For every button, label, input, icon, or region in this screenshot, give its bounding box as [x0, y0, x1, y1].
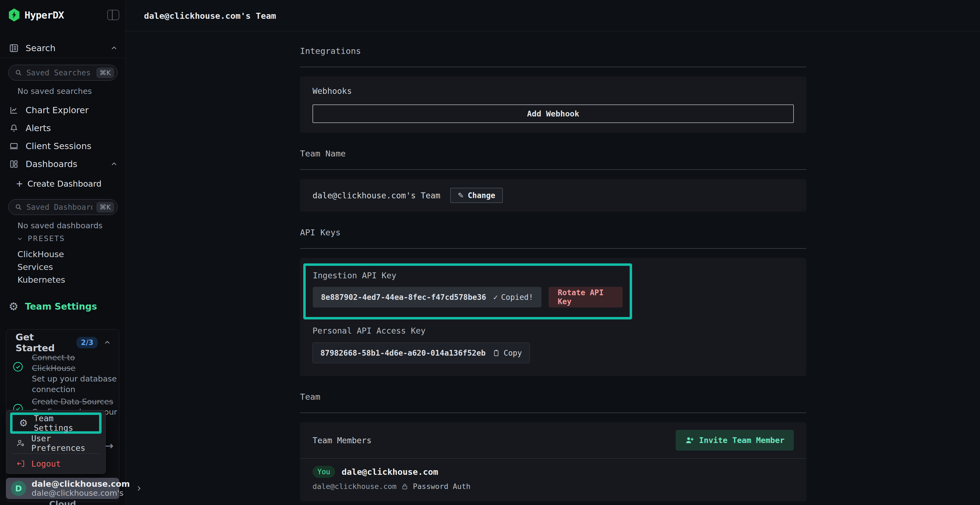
avatar: D — [11, 481, 26, 496]
menu-item-label: Logout — [31, 459, 61, 468]
create-dashboard-button[interactable]: + Create Dashboard — [16, 178, 102, 190]
logo-row: HyperDX — [8, 7, 119, 23]
preset-label: Kubernetes — [18, 275, 65, 284]
member-auth-method: Password Auth — [413, 482, 470, 491]
chevron-up-icon — [110, 160, 118, 168]
annotation-box-ingestion-key: Ingestion API Key 8e887902-4ed7-44ea-8fe… — [303, 264, 632, 319]
progress-badge: 2/3 — [76, 337, 98, 348]
sidebar-item-client-sessions[interactable]: Client Sessions — [9, 138, 118, 154]
menu-item-logout[interactable]: Logout — [10, 455, 102, 472]
gear-icon: ⚙ — [9, 301, 19, 312]
get-started-item-desc: Set up your database connection — [32, 373, 120, 395]
api-keys-card: Ingestion API Key 8e887902-4ed7-44ea-8fe… — [300, 258, 806, 376]
no-saved-searches-note: No saved searches — [18, 87, 92, 96]
personal-key-label: Personal API Access Key — [312, 326, 794, 335]
page-header: dale@clickhouse.com's Team — [126, 0, 980, 32]
search-icon — [14, 203, 22, 211]
member-email: dale@clickhouse.com — [312, 482, 397, 491]
user-gear-icon — [16, 438, 25, 448]
clipboard-icon — [492, 349, 500, 357]
settings-content: Integrations Webhooks Add Webhook Team N… — [300, 32, 806, 502]
sidebar-item-chart-explorer[interactable]: Chart Explorer — [9, 102, 118, 118]
hyperdx-logo-icon — [8, 8, 20, 22]
person-plus-icon — [685, 436, 694, 445]
ingestion-key-value: 8e887902-4ed7-44ea-8fec-f47cd578be36 — [321, 293, 486, 302]
page-title: dale@clickhouse.com's Team — [126, 11, 276, 21]
saved-searches-search[interactable]: ⌘K — [8, 65, 118, 81]
presets-toggle[interactable]: PRESETS — [16, 235, 65, 243]
preset-label: Services — [18, 262, 53, 272]
invite-label: Invite Team Member — [699, 436, 784, 445]
section-rule — [300, 169, 806, 170]
table-row: You dale@clickhouse.com dale@clickhouse.… — [300, 459, 806, 502]
preset-clickhouse[interactable]: ClickHouse — [18, 248, 64, 260]
menu-item-team-settings[interactable]: ⚙ Team Settings — [13, 415, 99, 431]
get-started-item[interactable]: Connect to ClickHouse Set up your databa… — [32, 353, 120, 395]
account-team: dale@clickhouse.com's — [32, 489, 130, 498]
get-started-title: Get Started — [16, 332, 71, 353]
copy-label: Copy — [504, 349, 522, 357]
change-team-name-button[interactable]: ✎ Change — [450, 188, 503, 203]
sidebar-item-label: Dashboards — [25, 159, 77, 169]
saved-dashboards-input[interactable] — [26, 203, 92, 212]
sidebar-item-label: Chart Explorer — [25, 105, 89, 115]
get-started-header[interactable]: Get Started 2/3 — [16, 335, 111, 350]
menu-item-label: Team Settings — [34, 414, 92, 433]
gear-icon: ⚙ — [19, 418, 28, 428]
sidebar-item-label: Client Sessions — [25, 141, 91, 151]
search-icon — [14, 68, 22, 77]
chevron-down-icon — [16, 235, 24, 242]
sidebar-item-label: Alerts — [25, 123, 51, 133]
sidebar-collapse-icon[interactable] — [107, 10, 119, 20]
laptop-icon — [9, 141, 19, 151]
account-chip[interactable]: D dale@clickhouse.com dale@clickhouse.co… — [6, 478, 119, 499]
dashboards-grid-icon — [9, 159, 19, 169]
search-panel-icon — [9, 43, 19, 53]
get-started-item-title[interactable]: Create Data Sources — [32, 397, 113, 407]
section-rule — [300, 67, 806, 67]
chevron-up-icon — [103, 338, 111, 347]
webhooks-heading: Webhooks — [312, 86, 794, 96]
team-members-card: Team Members Invite Team Member You dale… — [300, 422, 806, 502]
team-name-value: dale@clickhouse.com's Team — [312, 191, 441, 200]
clipped-bottom-text: Cloud — [0, 499, 125, 505]
logout-icon — [16, 459, 25, 468]
sidebar-section-search-label: Search — [25, 43, 56, 53]
section-rule — [300, 248, 806, 249]
ingestion-key-chip[interactable]: 8e887902-4ed7-44ea-8fec-f47cd578be36 ✓ C… — [313, 287, 541, 308]
section-title-team: Team — [300, 392, 806, 402]
sidebar-item-alerts[interactable]: Alerts — [9, 120, 118, 136]
check-circle-icon — [12, 361, 24, 373]
annotation-box-team-settings: ⚙ Team Settings — [10, 413, 102, 434]
sidebar-item-dashboards[interactable]: Dashboards — [9, 156, 118, 172]
chevron-right-icon — [135, 485, 142, 492]
saved-dashboards-search[interactable]: ⌘K — [8, 199, 118, 215]
chart-icon — [9, 105, 19, 115]
personal-key-chip[interactable]: 87982668-58b1-4d6e-a620-014a136f52eb Cop… — [312, 343, 530, 363]
copied-label: Copied! — [501, 293, 533, 302]
sidebar-item-team-settings[interactable]: ⚙ Team Settings — [9, 299, 118, 314]
rotate-api-key-button[interactable]: Rotate API Key — [549, 287, 622, 308]
copied-indicator: ✓ Copied! — [493, 293, 533, 302]
copy-button[interactable]: Copy — [492, 349, 522, 357]
section-title-api-keys: API Keys — [300, 227, 806, 237]
plus-icon: + — [16, 178, 23, 189]
preset-label: ClickHouse — [18, 249, 64, 259]
saved-searches-input[interactable] — [26, 68, 92, 77]
lock-icon — [401, 483, 409, 490]
preset-kubernetes[interactable]: Kubernetes — [18, 274, 65, 286]
section-title-integrations: Integrations — [300, 46, 806, 56]
bell-icon — [9, 123, 19, 133]
section-title-team-name: Team Name — [300, 149, 806, 158]
menu-item-user-preferences[interactable]: User Preferences — [10, 435, 102, 452]
check-icon: ✓ — [493, 293, 498, 302]
invite-team-member-button[interactable]: Invite Team Member — [676, 430, 794, 451]
add-webhook-button[interactable]: Add Webhook — [312, 105, 794, 123]
main-area: dale@clickhouse.com's Team Integrations … — [126, 0, 980, 505]
chevron-up-icon — [110, 44, 118, 52]
arrow-right-icon[interactable]: → — [104, 440, 113, 452]
app-title: HyperDX — [24, 10, 64, 21]
menu-divider — [12, 453, 99, 454]
preset-services[interactable]: Services — [18, 261, 53, 273]
sidebar-section-search[interactable]: Search — [9, 40, 118, 56]
